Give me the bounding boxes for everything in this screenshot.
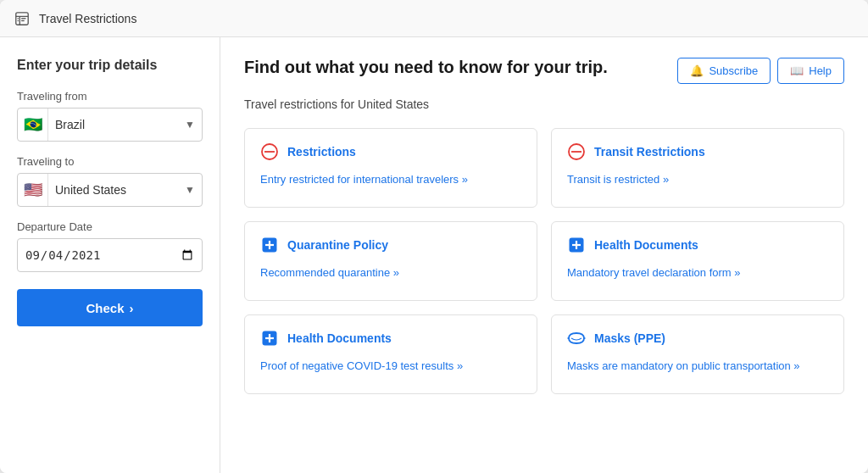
health-docs-link[interactable]: Mandatory travel declaration form »	[567, 266, 740, 279]
health-docs-title: Health Documents	[594, 238, 698, 252]
app-title: Travel Restrictions	[39, 12, 136, 25]
quarantine-title: Quarantine Policy	[287, 238, 388, 252]
health-docs-icon	[567, 236, 586, 254]
cards-grid: Restrictions Entry restricted for intern…	[244, 128, 844, 394]
sidebar-title: Enter your trip details	[17, 58, 203, 73]
right-panel: Find out what you need to know for your …	[220, 37, 868, 473]
from-group: Traveling from 🇧🇷 Brazil United States F…	[17, 90, 203, 142]
svg-rect-6	[21, 19, 25, 20]
card-header: Health Documents	[260, 329, 521, 348]
transit-link[interactable]: Transit is restricted »	[567, 173, 669, 186]
card-header: Transit Restrictions	[567, 142, 828, 161]
panel-subtitle: Travel restrictions for United States	[244, 97, 844, 111]
date-input-wrapper[interactable]	[17, 238, 203, 272]
app-icon	[14, 10, 31, 27]
health-docs-2-icon	[260, 329, 279, 348]
main-content: Enter your trip details Traveling from 🇧…	[0, 37, 868, 473]
masks-icon	[567, 329, 586, 348]
card-restrictions: Restrictions Entry restricted for intern…	[244, 128, 537, 208]
date-input[interactable]	[25, 248, 195, 263]
card-masks: Masks (PPE) Masks are mandatory on publi…	[551, 314, 844, 394]
health-docs-2-link[interactable]: Proof of negative COVID-19 test results …	[260, 359, 463, 372]
title-bar: Travel Restrictions	[0, 0, 868, 37]
from-select[interactable]: Brazil United States France Germany	[48, 118, 202, 131]
subscribe-button[interactable]: 🔔 Subscribe	[677, 58, 771, 84]
card-transit: Transit Restrictions Transit is restrict…	[551, 128, 844, 208]
card-header: Health Documents	[567, 236, 828, 254]
transit-title: Transit Restrictions	[594, 145, 705, 159]
from-flag: 🇧🇷	[18, 108, 48, 142]
card-quarantine: Quarantine Policy Recommended quarantine…	[244, 221, 537, 301]
svg-rect-5	[21, 18, 25, 19]
quarantine-link[interactable]: Recommended quarantine »	[260, 266, 399, 279]
subscribe-label: Subscribe	[709, 64, 758, 77]
transit-icon	[567, 142, 586, 161]
masks-link[interactable]: Masks are mandatory on public transporta…	[567, 359, 800, 372]
check-label: Check	[86, 301, 124, 315]
panel-header: Find out what you need to know for your …	[244, 58, 844, 84]
card-header: Quarantine Policy	[260, 236, 521, 254]
restrict-icon	[260, 142, 279, 161]
from-select-wrapper[interactable]: 🇧🇷 Brazil United States France Germany ▼	[17, 108, 203, 142]
help-icon: 📖	[790, 64, 804, 77]
to-select[interactable]: United States Brazil France Germany	[48, 183, 202, 197]
subscribe-icon: 🔔	[690, 64, 704, 77]
header-buttons: 🔔 Subscribe 📖 Help	[677, 58, 844, 84]
to-group: Traveling to 🇺🇸 United States Brazil Fra…	[17, 155, 203, 207]
card-health-docs-2: Health Documents Proof of negative COVID…	[244, 314, 537, 394]
masks-title: Masks (PPE)	[594, 331, 665, 345]
check-button[interactable]: Check ›	[17, 289, 203, 326]
card-health-docs: Health Documents Mandatory travel declar…	[551, 221, 844, 301]
health-docs-2-title: Health Documents	[287, 331, 392, 345]
sidebar: Enter your trip details Traveling from 🇧…	[0, 37, 220, 473]
date-label: Departure Date	[17, 220, 203, 233]
svg-rect-3	[18, 18, 19, 19]
help-label: Help	[809, 64, 832, 77]
card-header: Restrictions	[260, 142, 521, 161]
date-group: Departure Date	[17, 220, 203, 272]
help-button[interactable]: 📖 Help	[777, 58, 844, 84]
app-window: Travel Restrictions Enter your trip deta…	[0, 0, 868, 473]
panel-title: Find out what you need to know for your …	[244, 58, 608, 77]
card-header: Masks (PPE)	[567, 329, 828, 348]
to-label: Traveling to	[17, 155, 203, 168]
to-flag: 🇺🇸	[18, 173, 48, 207]
check-arrow-icon: ›	[130, 301, 134, 315]
from-label: Traveling from	[17, 90, 203, 103]
to-select-wrapper[interactable]: 🇺🇸 United States Brazil France Germany ▼	[17, 173, 203, 207]
restrictions-title: Restrictions	[287, 145, 356, 159]
quarantine-icon	[260, 236, 279, 254]
restrictions-link[interactable]: Entry restricted for international trave…	[260, 173, 468, 186]
svg-rect-4	[18, 19, 19, 20]
